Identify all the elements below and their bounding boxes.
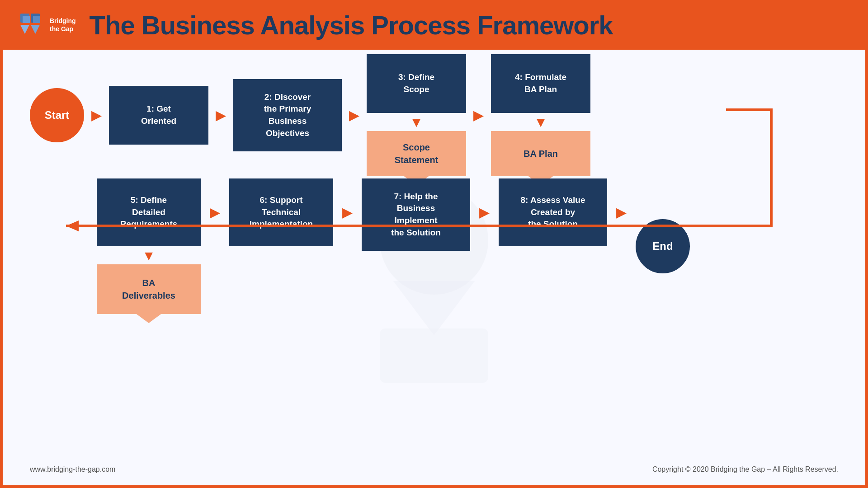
step-1-box: 1: Get Oriented bbox=[109, 86, 208, 145]
step-2-box: 2: Discover the Primary Business Objecti… bbox=[233, 79, 342, 151]
footer-copyright: Copyright © 2020 Bridging the Gap – All … bbox=[652, 465, 838, 474]
step-7-box: 7: Help the Business Implement the Solut… bbox=[362, 178, 470, 251]
page-wrapper: Bridging the Gap The Business Analysis P… bbox=[0, 0, 868, 488]
svg-rect-1 bbox=[23, 16, 30, 23]
arrow-5: ▶ bbox=[210, 206, 220, 219]
step-3-col: 3: Define Scope ▼ Scope Statement bbox=[367, 54, 466, 176]
step-5-box: 5: Define Detailed Requirements bbox=[97, 178, 201, 246]
main-content: Start ▶ 1: Get Oriented ▶ 2: Discover th… bbox=[0, 50, 868, 488]
footer: www.bridging-the-gap.com Copyright © 202… bbox=[30, 460, 838, 476]
step-5-col: 5: Define Detailed Requirements ▼ BA Del… bbox=[97, 178, 201, 314]
ba-plan-box: BA Plan bbox=[491, 131, 590, 176]
svg-rect-8 bbox=[380, 328, 488, 383]
arrow-1: ▶ bbox=[91, 108, 102, 122]
step-8-box: 8: Assess Value Created by the Solution bbox=[499, 178, 607, 246]
row-1: Start ▶ 1: Get Oriented ▶ 2: Discover th… bbox=[30, 70, 838, 160]
svg-marker-5 bbox=[31, 25, 40, 34]
arrow-4: ▶ bbox=[473, 108, 484, 122]
logo-text: Bridging the Gap bbox=[50, 17, 76, 33]
step-4-box: 4: Formulate BA Plan bbox=[491, 54, 590, 113]
logo-area: Bridging the Gap bbox=[18, 11, 76, 38]
step-6-box: 6: Support Technical Implementation bbox=[229, 178, 333, 246]
arrow-7: ▶ bbox=[479, 206, 490, 219]
scope-statement-box: Scope Statement bbox=[367, 131, 466, 176]
arrow-6: ▶ bbox=[342, 206, 353, 219]
svg-rect-4 bbox=[33, 16, 40, 23]
start-node: Start bbox=[30, 88, 84, 142]
down-arrow-5: ▼ bbox=[142, 249, 156, 263]
arrow-2: ▶ bbox=[216, 108, 226, 122]
down-arrow-3: ▼ bbox=[410, 116, 423, 129]
footer-website: www.bridging-the-gap.com bbox=[30, 465, 115, 474]
svg-marker-2 bbox=[20, 25, 29, 34]
header: Bridging the Gap The Business Analysis P… bbox=[0, 0, 868, 50]
arrow-8: ▶ bbox=[616, 206, 627, 219]
end-node: End bbox=[636, 219, 690, 273]
down-arrow-4: ▼ bbox=[534, 116, 547, 129]
arrow-3: ▶ bbox=[349, 108, 359, 122]
ba-deliverables-box: BA Deliverables bbox=[97, 264, 201, 314]
row-2: 5: Define Detailed Requirements ▼ BA Del… bbox=[30, 178, 838, 314]
step-4-col: 4: Formulate BA Plan ▼ BA Plan bbox=[491, 54, 590, 176]
logo-icon bbox=[18, 11, 45, 38]
step-3-box: 3: Define Scope bbox=[367, 54, 466, 113]
page-title: The Business Analysis Process Framework bbox=[90, 10, 613, 40]
